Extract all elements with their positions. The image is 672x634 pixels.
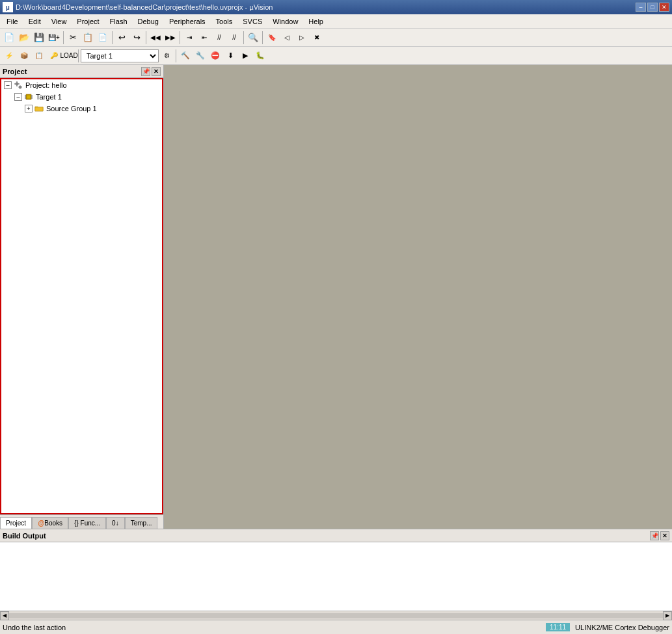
tab-temp2[interactable]: Temp... (125, 517, 158, 529)
bookmark-button[interactable]: 🔖 (265, 31, 279, 45)
menu-window[interactable]: Window (267, 16, 303, 27)
download-button[interactable]: ⬇ (223, 49, 237, 63)
separator5 (243, 31, 244, 44)
title-bar-controls: – □ ✕ (636, 3, 669, 12)
save-all-button[interactable]: 💾+ (47, 31, 61, 45)
tree-label-target1: Target 1 (36, 93, 62, 101)
tb2-btn4[interactable]: 🔑 (47, 49, 61, 63)
menu-project[interactable]: Project (72, 16, 104, 27)
separator8 (176, 49, 176, 62)
build-output-panel: Build Output 📌 ✕ ◀ ▶ (0, 529, 672, 620)
tb2-btn5[interactable]: LOAD (62, 49, 76, 63)
expander-source-group1[interactable]: + (25, 105, 33, 112)
undo-button[interactable]: ↩ (114, 31, 129, 45)
scroll-track[interactable] (9, 613, 663, 618)
build-output-hscrollbar[interactable]: ◀ ▶ (0, 611, 672, 620)
toolbar2: ⚡ 📦 📋 🔑 LOAD Target 1 ⚙ 🔨 🔧 ⛔ ⬇ ▶ 🐛 (0, 47, 672, 65)
status-message: Undo the last action (3, 624, 66, 631)
rebuild-button[interactable]: 🔧 (193, 49, 208, 63)
indent-button[interactable]: ⇥ (182, 31, 196, 45)
scroll-right-button[interactable]: ▶ (663, 611, 672, 620)
title-bar-left: µ D:\Work\board4Development\self-balance… (3, 2, 273, 12)
separator3 (146, 31, 146, 44)
separator2 (112, 31, 113, 44)
tab-func[interactable]: {} Func... (68, 517, 106, 529)
menu-tools[interactable]: Tools (211, 16, 238, 27)
menu-flash[interactable]: Flash (105, 16, 133, 27)
maximize-button[interactable]: □ (647, 3, 658, 12)
menu-bar: File Edit View Project Flash Debug Perip… (0, 14, 672, 29)
close-button[interactable]: ✕ (659, 3, 669, 12)
svg-point-1 (16, 83, 18, 85)
nav-back-button[interactable]: ◀◀ (148, 31, 163, 45)
debug-button[interactable]: 🐛 (253, 49, 267, 63)
separator4 (180, 31, 180, 44)
tree-node-source-group1[interactable]: + Source Group 1 (1, 103, 162, 114)
redo-button[interactable]: ↪ (129, 31, 144, 45)
project-tree-area: – Project: hello (0, 78, 163, 514)
next-bookmark-button[interactable]: ▷ (295, 31, 309, 45)
project-icon (13, 80, 23, 90)
clear-bookmarks-button[interactable]: ✖ (310, 31, 324, 45)
toolbar1: 📄 📂 💾 💾+ ✂ 📋 📄 ↩ ↪ ◀◀ ▶▶ ⇥ ⇤ // // 🔍 🔖 ◁… (0, 29, 672, 47)
separator6 (262, 31, 263, 44)
save-button[interactable]: 💾 (32, 31, 46, 45)
cut-button[interactable]: ✂ (66, 31, 80, 45)
folder-icon (34, 103, 44, 114)
target-options-button[interactable]: ⚙ (159, 49, 174, 63)
menu-svcs[interactable]: SVCS (237, 16, 267, 27)
project-panel-tabs: Project @Books {} Func... 0↓ Temp... (0, 514, 163, 529)
build-output-close-button[interactable]: ✕ (660, 531, 669, 540)
build-button[interactable]: 🔨 (178, 49, 193, 63)
tree-label-source-group1: Source Group 1 (46, 105, 97, 112)
tb2-btn3[interactable]: 📋 (32, 49, 46, 63)
tree-label-project: Project: hello (25, 81, 67, 89)
menu-view[interactable]: View (46, 16, 72, 27)
copy-button[interactable]: 📋 (81, 31, 95, 45)
run-button[interactable]: ▶ (238, 49, 252, 63)
build-output-pin-button[interactable]: 📌 (650, 531, 659, 540)
unindent-button[interactable]: ⇤ (197, 31, 211, 45)
open-button[interactable]: 📂 (17, 31, 31, 45)
panel-pin-button[interactable]: 📌 (141, 67, 150, 76)
target-icon (23, 92, 34, 102)
tb2-btn2[interactable]: 📦 (17, 49, 31, 63)
svg-rect-9 (27, 95, 31, 99)
tab-books[interactable]: @Books (32, 517, 68, 529)
status-time-badge: 11:11 (546, 623, 570, 631)
project-panel-header: Project 📌 ✕ (0, 65, 163, 78)
expander-project[interactable]: – (4, 81, 12, 89)
minimize-button[interactable]: – (636, 3, 646, 12)
stop-build-button[interactable]: ⛔ (208, 49, 222, 63)
tree-node-project[interactable]: – Project: hello (1, 79, 162, 91)
menu-help[interactable]: Help (303, 16, 329, 27)
scroll-left-button[interactable]: ◀ (0, 611, 9, 620)
app-icon: µ (3, 2, 13, 12)
target-select[interactable]: Target 1 (81, 49, 159, 62)
tab-project[interactable]: Project (0, 517, 32, 529)
separator1 (63, 31, 64, 44)
tab-templates[interactable]: 0↓ (106, 517, 125, 529)
new-file-button[interactable]: 📄 (2, 31, 16, 45)
expander-target1[interactable]: – (14, 93, 22, 101)
paste-button[interactable]: 📄 (96, 31, 110, 45)
find-button[interactable]: 🔍 (246, 31, 260, 45)
comment-button[interactable]: // (212, 31, 226, 45)
menu-edit[interactable]: Edit (23, 16, 46, 27)
prev-bookmark-button[interactable]: ◁ (280, 31, 294, 45)
separator7 (78, 49, 79, 62)
build-output-header: Build Output 📌 ✕ (0, 529, 672, 542)
menu-debug[interactable]: Debug (133, 16, 164, 27)
panel-close-button[interactable]: ✕ (152, 67, 161, 76)
nav-fwd-button[interactable]: ▶▶ (163, 31, 178, 45)
status-bar: Undo the last action 11:11 ULINK2/ME Cor… (0, 620, 672, 634)
content-area: Project 📌 ✕ – (0, 65, 672, 529)
project-panel: Project 📌 ✕ – (0, 65, 164, 529)
uncomment-button[interactable]: // (227, 31, 241, 45)
menu-file[interactable]: File (1, 16, 23, 27)
menu-peripherals[interactable]: Peripherals (164, 16, 211, 27)
build-output-content (0, 542, 672, 611)
tree-node-target1[interactable]: – Target 1 (1, 91, 162, 103)
svg-point-7 (20, 86, 21, 88)
tb2-btn1[interactable]: ⚡ (2, 49, 16, 63)
